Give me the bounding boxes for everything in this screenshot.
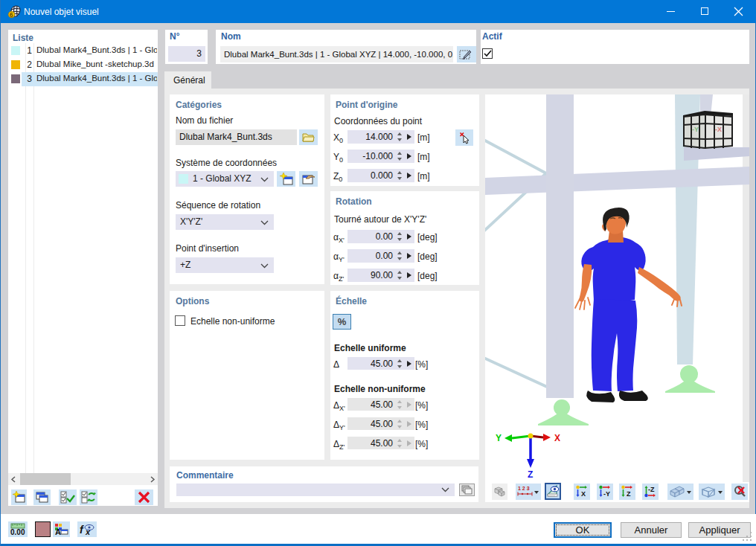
svg-text:1 2 3: 1 2 3 (518, 486, 530, 491)
svg-text:X: X (554, 433, 560, 443)
svg-text:-Y: -Y (692, 126, 699, 133)
svg-text:-X: -X (715, 126, 722, 133)
svg-text:Z: Z (528, 469, 533, 480)
svg-text:Z: Z (627, 490, 631, 498)
svg-text:-Z: -Z (648, 486, 655, 493)
svg-text:Y: Y (496, 433, 502, 443)
svg-text:f: f (80, 524, 84, 536)
svg-text:-Y: -Y (603, 490, 610, 498)
svg-text:A: A (55, 527, 61, 536)
svg-text:X: X (581, 490, 586, 498)
svg-text:x: x (85, 527, 91, 536)
svg-text:0.00: 0.00 (10, 528, 25, 536)
svg-text:6: 6 (10, 11, 13, 19)
